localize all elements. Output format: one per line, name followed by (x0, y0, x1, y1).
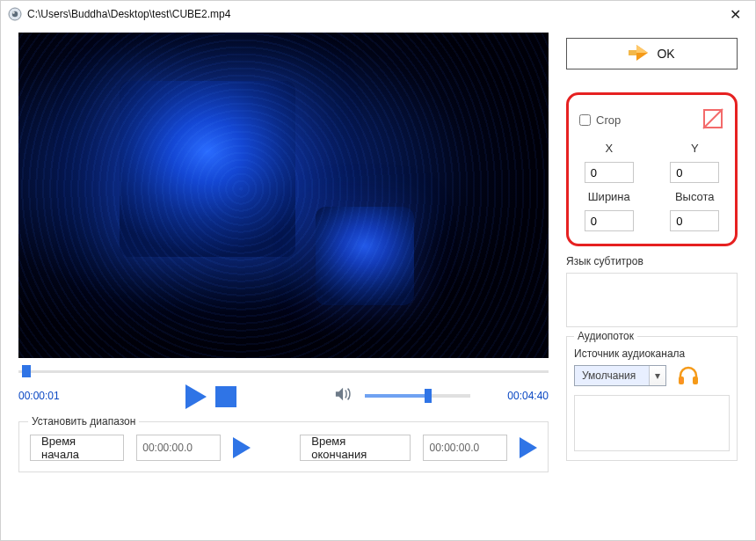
volume-thumb[interactable] (425, 389, 432, 403)
subtitles-label: Язык субтитров (566, 255, 738, 267)
titlebar: C:\Users\Buddha\Desktop\test\CUBE2.mp4 ✕ (1, 1, 755, 27)
crop-height-label: Высота (665, 190, 725, 203)
range-group: Установить диапазон Время начала 00:00:0… (18, 421, 549, 472)
crop-height-input[interactable] (670, 210, 719, 231)
audio-source-combo[interactable]: Умолчания ▾ (574, 365, 666, 386)
crop-icon[interactable] (701, 107, 724, 133)
audio-list[interactable] (574, 395, 730, 451)
crop-x-label: X (579, 142, 639, 155)
ok-button-label: OK (657, 47, 674, 61)
volume-slider[interactable] (365, 394, 470, 398)
chevron-down-icon[interactable]: ▾ (649, 366, 665, 385)
audio-source-label: Источник аудиоканала (574, 347, 730, 360)
close-button[interactable]: ✕ (722, 6, 748, 23)
svg-rect-3 (629, 50, 636, 55)
video-preview[interactable] (18, 33, 549, 358)
seek-thumb[interactable] (22, 365, 31, 377)
window: C:\Users\Buddha\Desktop\test\CUBE2.mp4 ✕… (0, 0, 756, 541)
go-end-button[interactable] (520, 437, 537, 458)
right-pane: OK Crop X Y (566, 33, 738, 523)
end-time-button[interactable]: Время окончания (300, 435, 411, 461)
left-pane: 00:00:01 (18, 33, 549, 523)
crop-x-input[interactable] (585, 162, 634, 183)
start-time-button[interactable]: Время начала (30, 435, 124, 461)
app-icon (8, 7, 22, 21)
ok-button[interactable]: OK (566, 38, 738, 69)
range-group-label: Установить диапазон (28, 415, 139, 428)
time-total: 00:04:40 (507, 390, 549, 402)
crop-y-input[interactable] (670, 162, 719, 183)
audio-group: Аудиопоток Источник аудиоканала Умолчани… (566, 336, 738, 461)
start-time-value[interactable]: 00:00:00.0 (136, 435, 221, 461)
svg-marker-5 (636, 45, 648, 53)
end-time-value[interactable]: 00:00:00.0 (423, 435, 507, 461)
crop-checkbox-input[interactable] (579, 114, 591, 126)
volume-icon[interactable] (335, 386, 353, 405)
svg-rect-9 (693, 377, 698, 384)
go-start-button[interactable] (233, 437, 251, 458)
subtitles-list[interactable] (566, 273, 738, 327)
crop-y-label: Y (665, 142, 725, 155)
audio-source-selected: Умолчания (575, 366, 649, 385)
svg-rect-10 (680, 378, 683, 384)
crop-width-input[interactable] (585, 210, 634, 231)
crop-width-label: Ширина (579, 190, 639, 203)
window-title: C:\Users\Buddha\Desktop\test\CUBE2.mp4 (27, 8, 230, 20)
svg-point-2 (12, 11, 14, 13)
crop-panel: Crop X Y Ширина Высота (566, 92, 738, 246)
play-button[interactable] (185, 384, 207, 409)
arrow-right-icon (629, 45, 648, 63)
crop-checkbox[interactable]: Crop (579, 113, 621, 127)
crop-checkbox-label: Crop (596, 113, 621, 127)
seek-bar[interactable] (18, 365, 549, 377)
time-current: 00:00:01 (18, 390, 60, 402)
stop-button[interactable] (215, 386, 236, 407)
audio-group-label: Аудиопоток (574, 330, 637, 342)
transport-bar: 00:00:01 (18, 383, 549, 409)
headphones-icon[interactable] (677, 365, 700, 386)
svg-line-7 (703, 109, 723, 128)
